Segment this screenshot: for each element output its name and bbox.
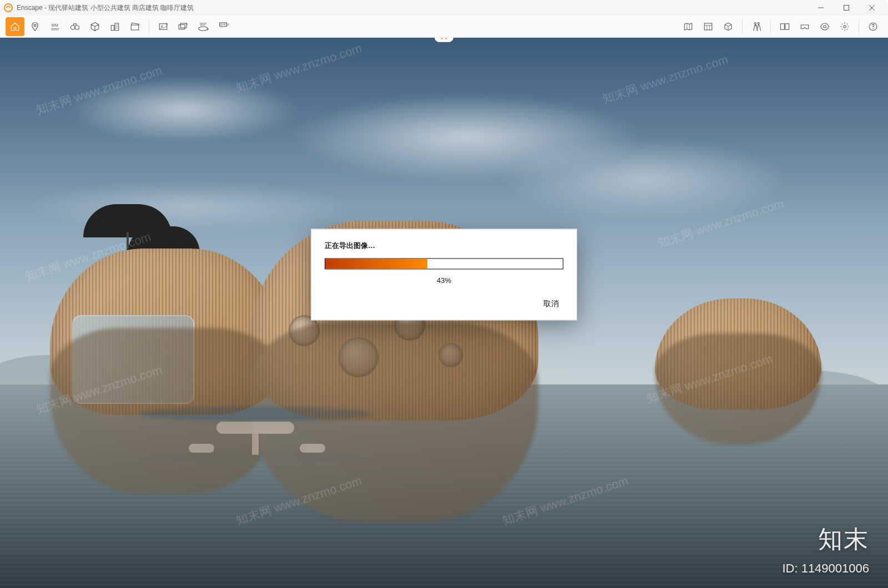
bim-icon: BIM xyxy=(49,22,60,32)
bim-button[interactable]: BIM xyxy=(46,17,64,36)
toolbar-separator xyxy=(859,20,859,33)
export-360-icon: 360° xyxy=(197,21,209,32)
watermark-id: ID: 1149001006 xyxy=(782,561,869,576)
export-progress-percent: 43% xyxy=(325,276,563,284)
svg-rect-34 xyxy=(785,23,789,29)
binoc-button[interactable] xyxy=(65,17,84,36)
gear-button[interactable] xyxy=(835,17,854,36)
svg-point-9 xyxy=(71,25,75,29)
svg-rect-2 xyxy=(844,6,849,11)
map-pin-icon xyxy=(30,22,40,32)
export-progress-bar xyxy=(325,258,563,269)
toolbar-expand-handle[interactable] xyxy=(435,38,453,42)
export-batch-button[interactable] xyxy=(174,17,193,36)
toolbar-separator xyxy=(742,20,743,33)
pin-button[interactable] xyxy=(26,17,44,36)
city-button[interactable] xyxy=(105,17,124,36)
toolbar-separator xyxy=(770,20,771,33)
pano-button[interactable] xyxy=(719,17,738,36)
settings-gear-icon xyxy=(840,22,850,32)
help-icon xyxy=(868,22,878,32)
export-360-button[interactable]: 360° xyxy=(194,17,213,36)
svg-rect-16 xyxy=(131,25,139,30)
svg-text:360°: 360° xyxy=(199,22,207,26)
sync-views-icon xyxy=(780,22,790,32)
svg-text:BIM: BIM xyxy=(52,23,58,27)
render-viewport[interactable]: 知末网 www.znzmo.com知末网 www.znzmo.com知末网 ww… xyxy=(0,38,888,588)
cube-button[interactable] xyxy=(85,17,104,36)
svg-point-32 xyxy=(758,22,759,24)
cancel-button[interactable]: 取消 xyxy=(539,296,563,311)
minimap-icon xyxy=(683,22,693,32)
svg-point-38 xyxy=(872,28,874,29)
svg-rect-27 xyxy=(704,23,712,30)
toolbar-separator xyxy=(149,20,149,33)
assets-button[interactable] xyxy=(699,17,718,36)
vr-button[interactable] xyxy=(795,17,814,36)
svg-rect-20 xyxy=(181,23,187,28)
svg-point-5 xyxy=(34,24,36,26)
home-icon xyxy=(10,22,20,32)
export-exe-button[interactable]: EXE xyxy=(214,17,233,36)
asset-library-icon xyxy=(703,22,713,32)
eye-button[interactable] xyxy=(815,17,834,36)
binoculars-icon xyxy=(69,22,80,32)
svg-point-22 xyxy=(199,27,208,31)
export-image-button[interactable] xyxy=(154,17,173,36)
sync-button[interactable] xyxy=(775,17,794,36)
app-title: Enscape - 现代驿站建筑 小型公共建筑 商店建筑 咖啡厅建筑 xyxy=(17,3,194,13)
svg-point-36 xyxy=(844,25,846,28)
3d-cube-icon xyxy=(90,22,100,32)
export-progress-title: 正在导出图像… xyxy=(325,240,563,250)
app-logo-icon xyxy=(3,3,13,13)
export-exe-icon: EXE xyxy=(217,21,229,32)
export-progress-dialog: 正在导出图像… 43% 取消 xyxy=(311,229,577,320)
watermark-brand: 知末 xyxy=(818,523,869,556)
svg-point-18 xyxy=(161,25,163,27)
svg-rect-11 xyxy=(111,25,114,30)
clap-button[interactable] xyxy=(125,17,144,36)
clapperboard-icon xyxy=(130,22,140,32)
map-button[interactable] xyxy=(679,17,698,36)
svg-point-10 xyxy=(75,25,79,29)
export-image-icon xyxy=(158,22,169,32)
water-reflection xyxy=(50,412,821,544)
svg-point-0 xyxy=(4,4,12,12)
window-minimize-button[interactable] xyxy=(808,0,834,16)
help-button[interactable] xyxy=(864,17,882,36)
svg-point-31 xyxy=(754,22,756,24)
buildings-icon xyxy=(110,22,120,32)
titlebar: Enscape - 现代驿站建筑 小型公共建筑 商店建筑 咖啡厅建筑 xyxy=(0,0,888,16)
visual-settings-icon xyxy=(819,22,830,32)
walk-button[interactable] xyxy=(747,17,766,36)
app-window: Enscape - 现代驿站建筑 小型公共建筑 商店建筑 咖啡厅建筑 BIM36… xyxy=(0,0,888,588)
home-button[interactable] xyxy=(6,17,24,36)
main-toolbar: BIM360°EXE xyxy=(0,16,888,38)
window-maximize-button[interactable] xyxy=(834,0,859,16)
vr-headset-icon xyxy=(799,22,810,32)
walk-mode-icon xyxy=(751,22,762,32)
svg-rect-19 xyxy=(179,24,185,29)
svg-rect-33 xyxy=(781,23,785,29)
svg-point-35 xyxy=(824,25,826,28)
export-batch-icon xyxy=(178,22,189,32)
panorama-cube-icon xyxy=(723,22,733,32)
window-close-button[interactable] xyxy=(859,0,885,16)
svg-text:EXE: EXE xyxy=(220,23,226,26)
